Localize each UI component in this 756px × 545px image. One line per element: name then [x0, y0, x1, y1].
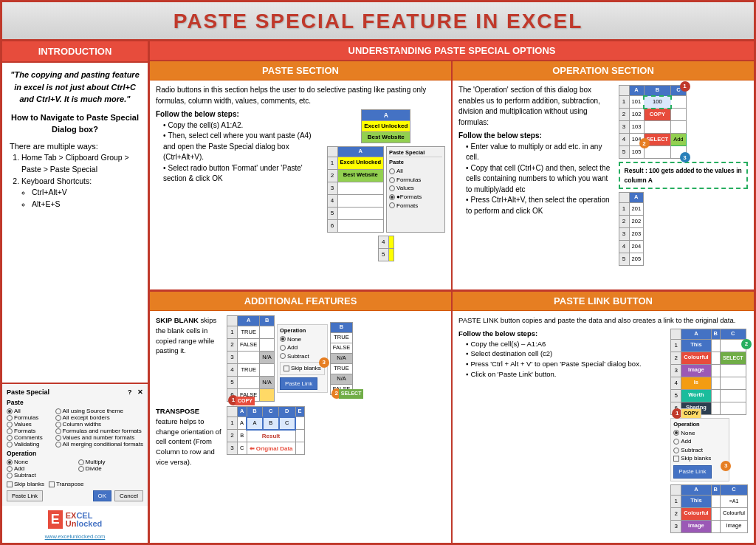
top-panels-row: PASTE SECTION Radio buttons in this sect…	[150, 61, 754, 292]
paste-table1-header-a: A	[362, 110, 410, 121]
ps-radio-all-circle	[7, 408, 13, 414]
bottom-panels-row: ADDITIONAL FEATURES SKIP BLANK skips the…	[150, 292, 754, 543]
skip-operation-col: Operation None Add Subtract 3 Skip blank…	[277, 324, 328, 394]
shortcut-1: Ctrl+Alt+V	[32, 187, 140, 199]
paste-link-button[interactable]: Paste Link	[7, 490, 43, 501]
page-title: PASTE SPECIAL FEATURE IN EXCEL	[2, 10, 754, 33]
ps-op-col-right: Multiply Divide	[78, 459, 144, 479]
skip-blank-checkbox-area: 3 Skip blanks	[280, 362, 325, 375]
paste-link-dialog-btn[interactable]: Paste Link	[280, 377, 317, 391]
pl-badge-3: 3	[721, 461, 731, 471]
paste-link-steps-col: Follow the below steps: Copy the cell(s)…	[458, 329, 666, 533]
skip-blank-visuals: A B 1TRUE 2FALSE 3N/A 4TRUE 5N/A 6FAL	[227, 315, 353, 402]
skip-table-2-wrap: B TRUE FALSE N/A TRUE N/A FALSE	[330, 322, 353, 394]
ps-radio-validating: Validating	[7, 441, 49, 448]
sidebar: INTRODUCTION "The copying and pasting fe…	[2, 41, 150, 543]
main-container: PASTE SPECIAL FEATURE IN EXCEL INTRODUCT…	[0, 0, 756, 545]
additional-section-content: SKIP BLANK skips the blank cells in copi…	[150, 311, 451, 543]
operation-step-3: Press Ctrl+Alt+V, then select the operat…	[466, 195, 614, 216]
ps-dialog-title: Paste Special	[7, 388, 49, 396]
ps-op-col-left: None Add Subtract	[7, 459, 72, 479]
shortcut-2: Alt+E+S	[32, 199, 140, 210]
ps-mini-comments: Formats	[389, 202, 442, 210]
operation-section: OPERATION SECTION The 'Operation' sectio…	[453, 61, 754, 289]
ps-dialog-title-bar: Paste Special ? ✕	[7, 388, 143, 396]
skip-blank-label: SKIP BLANK	[156, 316, 199, 324]
paste-special-mini-dialog: Paste Special Paste All Formulas Values …	[386, 146, 445, 233]
paste-link-step-3: Press 'Ctrl + Alt + V' to open 'Paste Sp…	[466, 359, 666, 369]
ps-radio-merging: All merging conditional formats	[55, 441, 143, 448]
transpose-row: TRANSPOSE feature helps to change orient…	[156, 406, 445, 467]
operation-steps-label: Follow the below steps:	[458, 131, 614, 142]
body-row: INTRODUCTION "The copying and pasting fe…	[2, 41, 754, 543]
ps-radio-values: Values	[7, 421, 49, 428]
ps-radio-formats-circle	[7, 428, 13, 434]
ps-op-subtract: Subtract	[7, 472, 72, 479]
sidebar-header: INTRODUCTION	[2, 41, 148, 63]
transpose-visuals: A B C D E 1 A A	[227, 406, 305, 467]
sidebar-shortcuts-list: Ctrl+Alt+V Alt+E+S	[21, 187, 140, 210]
transpose-table: A B C D E 1 A A	[227, 406, 305, 455]
transpose-desc: feature helps to change orientation of c…	[156, 417, 221, 466]
pl-paste-link-area: 3 Paste Link	[673, 465, 726, 479]
paste-link-steps-list: Copy the cell(s) – A1:A6 Select destinat…	[458, 339, 666, 380]
operation-result-text: Result : 100 gets added to the values in…	[625, 167, 742, 183]
paste-steps-label: Follow the below steps:	[156, 109, 323, 120]
paste-steps-list: Copy the cell(s) A1:A2. Then, select cel…	[156, 120, 323, 185]
ps-transpose: Transpose	[49, 481, 84, 487]
ps-radio-formulas-num: Formulas and number formats	[55, 428, 143, 434]
sidebar-nav-item-2: Keyboard Shortcuts: Ctrl+Alt+V Alt+E+S	[21, 176, 140, 210]
additional-section: ADDITIONAL FEATURES SKIP BLANK skips the…	[150, 292, 453, 543]
pl-op-label: Operation	[673, 421, 726, 429]
operation-section-content: The 'Operation' section of this dialog b…	[453, 80, 754, 289]
paste-step-3: Select radio button 'Format' under 'Past…	[163, 163, 323, 185]
sidebar-nav-item-1-text: Home Tab > Clipboard Group > Paste > Pas…	[21, 153, 129, 174]
pl-paste-link-btn[interactable]: Paste Link	[673, 465, 711, 479]
paste-cell-best-website: Best Website	[362, 131, 410, 143]
paste-link-step-4: Click on 'Paste Link' button.	[466, 369, 666, 380]
operation-result-box: Result : 100 gets added to the values in…	[619, 162, 748, 189]
ps-mini-formats: ●Formats	[389, 193, 442, 202]
ps-radio-values-num-circle	[55, 435, 61, 441]
paste-section-content: Radio buttons in this section helps the …	[150, 80, 451, 289]
sidebar-nav-item-1: Home Tab > Clipboard Group > Paste > Pas…	[21, 152, 140, 176]
paste-link-content-row: Follow the below steps: Copy the cell(s)…	[458, 329, 748, 533]
ps-paste-label: Paste	[7, 399, 143, 406]
ps-buttons-row: Paste Link OK Cancel	[7, 490, 143, 501]
paste-link-steps-label: Follow the below steps:	[458, 329, 666, 339]
ps-operation-options: None Add Subtract Multiply	[7, 459, 143, 479]
paste-steps-col: Follow the below steps: Copy the cell(s)…	[156, 109, 323, 261]
paste-link-result-table: A B C 1 This =A1	[670, 484, 748, 533]
skip-select-label: SELECT	[339, 389, 364, 398]
ps-op-subtract-circle	[7, 473, 13, 479]
operation-result-table: A 1201 2202 3203 4204 5205	[619, 192, 645, 266]
paste-link-description: PASTE LINK button copies and paste the d…	[458, 315, 748, 326]
ps-dialog-controls: ? ✕	[128, 388, 143, 396]
ps-radio-values-circle	[7, 422, 13, 428]
paste-step-2: Then, select cell where you want paste (…	[163, 131, 323, 163]
ps-radio-col-widths: Column widths	[55, 421, 143, 428]
ps-op-multiply: Multiply	[78, 459, 144, 465]
operation-visuals-col: A B C 1 101 100	[619, 85, 748, 266]
ps-radio-source-theme-circle	[55, 408, 61, 414]
operation-step-2: Copy that cell (Ctrl+C) and then, select…	[466, 163, 614, 196]
ps-radio-except-borders-circle	[55, 415, 61, 421]
ok-button[interactable]: OK	[93, 490, 112, 501]
paste-link-area: Paste Link	[280, 377, 325, 391]
badge-1: 1	[680, 81, 690, 92]
cancel-button[interactable]: Cancel	[114, 490, 143, 501]
paste-result-table: 4 5	[378, 236, 394, 261]
skip-blank-checkbox-box: Skip blanks	[280, 362, 325, 375]
ps-radio-all: All	[7, 408, 49, 414]
ps-radio-merging-circle	[55, 442, 61, 448]
ps-radio-formulas: Formulas	[7, 414, 49, 421]
paste-link-step-1: Copy the cell(s) – A1:A6	[466, 339, 666, 349]
sidebar-nav-intro: There are multiple ways:	[10, 140, 140, 153]
skip-table-1-wrap: A B 1TRUE 2FALSE 3N/A 4TRUE 5N/A 6FAL	[227, 315, 275, 402]
ps-op-add: Add	[7, 465, 72, 472]
pl-copy-label: COPY	[681, 408, 701, 419]
transpose-text: TRANSPOSE feature helps to change orient…	[156, 406, 222, 467]
ps-radio-formulas-num-circle	[55, 428, 61, 434]
ps-mini-title: Paste Special	[389, 149, 442, 158]
pl-op-dialog: Operation None Add Subtract Skip blanks …	[670, 418, 729, 481]
